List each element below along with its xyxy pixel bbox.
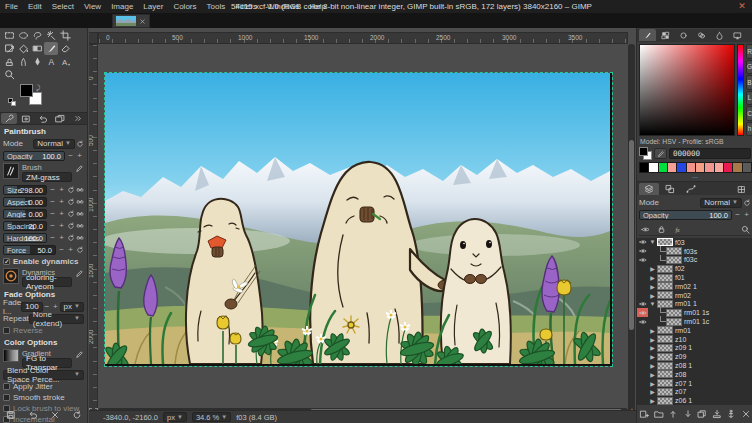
- image-tab[interactable]: [112, 14, 150, 28]
- window-close-button[interactable]: ✕: [736, 0, 748, 13]
- vertical-ruler[interactable]: 0500100015002000: [89, 44, 98, 416]
- mode-switch-icon[interactable]: [75, 139, 84, 149]
- layer-expander[interactable]: ▶: [648, 397, 657, 404]
- reset-icon[interactable]: [66, 221, 75, 231]
- layer-mode-switch-icon[interactable]: [742, 198, 751, 208]
- tool-gradient[interactable]: [30, 42, 44, 55]
- layer-row[interactable]: ▶rm01: [637, 326, 752, 335]
- layer-row[interactable]: ▶z08: [637, 370, 752, 379]
- link-icon[interactable]: [75, 185, 84, 195]
- layer-expander[interactable]: ▶: [648, 327, 657, 334]
- dock-menu-icon[interactable]: [731, 183, 751, 195]
- tool-text[interactable]: A: [44, 55, 58, 68]
- layer-opacity-minus-button[interactable]: −: [733, 210, 742, 220]
- wheel-selector-tab[interactable]: [675, 29, 692, 41]
- lock-lock-icon[interactable]: [655, 224, 667, 236]
- layer-thumbnail[interactable]: [657, 379, 673, 387]
- canvas[interactable]: [105, 73, 612, 366]
- layer-expander[interactable]: ▼: [648, 239, 657, 245]
- vertical-scrollbar-thumb[interactable]: [629, 140, 634, 330]
- channel-h[interactable]: h: [746, 122, 752, 137]
- tool-transform[interactable]: [2, 42, 16, 55]
- layer-thumbnail[interactable]: [657, 291, 673, 299]
- brush-row[interactable]: Brush ZM-grass: [3, 163, 84, 182]
- reset-icon[interactable]: [66, 185, 75, 195]
- plus-button[interactable]: +: [57, 221, 66, 231]
- vertical-scrollbar[interactable]: [628, 44, 635, 418]
- reset-icon[interactable]: [66, 197, 75, 207]
- slider-spacing[interactable]: Spacing20.0−+: [3, 220, 84, 231]
- tool-ellipse-select[interactable]: [16, 29, 30, 42]
- layer-thumbnail[interactable]: [657, 388, 673, 396]
- hex-input[interactable]: [669, 148, 751, 159]
- menu-image[interactable]: Image: [106, 0, 138, 13]
- tool-text-alt[interactable]: A: [58, 55, 72, 68]
- link-icon[interactable]: [75, 221, 84, 231]
- layer-expander[interactable]: ▶: [648, 362, 657, 369]
- plus-button[interactable]: +: [57, 209, 66, 219]
- tool-eraser[interactable]: [58, 42, 72, 55]
- palette-selector-tab[interactable]: [657, 29, 674, 41]
- layer-visibility-toggle[interactable]: [637, 291, 648, 300]
- brush-preview[interactable]: [3, 163, 19, 179]
- layer-visibility-toggle[interactable]: [637, 238, 648, 247]
- dynamics-preview[interactable]: [3, 268, 19, 284]
- tool-clone[interactable]: [2, 55, 16, 68]
- history-swatch[interactable]: [742, 162, 752, 173]
- lock-eye-icon[interactable]: [639, 224, 651, 236]
- minus-button[interactable]: −: [57, 245, 66, 255]
- layer-visibility-toggle[interactable]: [637, 264, 648, 273]
- layer-visibility-toggle[interactable]: [637, 335, 648, 344]
- dynamics-edit-icon[interactable]: [75, 268, 84, 278]
- gradient-edit-icon[interactable]: [75, 349, 84, 359]
- enable-dynamics-row[interactable]: ✓ Enable dynamics: [3, 256, 84, 266]
- layer-row[interactable]: ▶z09 1: [637, 344, 752, 353]
- layer-row[interactable]: ▶z09: [637, 352, 752, 361]
- menu-tools[interactable]: Tools: [202, 0, 231, 13]
- channel-R[interactable]: R: [746, 44, 752, 59]
- layer-visibility-toggle[interactable]: [637, 396, 648, 405]
- layer-row[interactable]: ▶f02: [637, 264, 752, 273]
- layer-expander[interactable]: ▶: [648, 344, 657, 351]
- cmyk-selector-tab[interactable]: [693, 29, 710, 41]
- checkbox[interactable]: [3, 394, 10, 401]
- tool-smudge[interactable]: [16, 55, 30, 68]
- layer-expander[interactable]: ▼: [648, 301, 657, 307]
- dynamics-name[interactable]: coloring-Aryeom: [22, 277, 72, 287]
- layer-expander[interactable]: ▶: [648, 380, 657, 387]
- layer-row[interactable]: ▶rm02: [637, 291, 752, 300]
- unit-select[interactable]: px▼: [163, 412, 187, 422]
- color-history-more[interactable]: ...: [637, 173, 752, 179]
- lower-layer-button[interactable]: [682, 408, 694, 420]
- zoom-select[interactable]: 34.6 %▼: [192, 412, 231, 422]
- tool-ink[interactable]: [30, 55, 44, 68]
- raise-layer-button[interactable]: [667, 408, 679, 420]
- watercolor-selector-tab[interactable]: [711, 29, 728, 41]
- layer-expander[interactable]: ▶: [648, 336, 657, 343]
- save-preset-button[interactable]: [5, 409, 17, 421]
- enable-dynamics-checkbox[interactable]: ✓: [3, 258, 10, 265]
- new-group-button[interactable]: [653, 408, 665, 420]
- layer-expander[interactable]: ▶: [648, 283, 657, 290]
- tab-images[interactable]: [52, 113, 68, 124]
- brush-edit-icon[interactable]: [75, 163, 84, 173]
- layer-row[interactable]: ▶z10: [637, 335, 752, 344]
- layer-visibility-toggle[interactable]: [637, 352, 648, 361]
- channel-C[interactable]: C: [746, 106, 752, 121]
- layer-row[interactable]: ▶z07: [637, 388, 752, 397]
- layer-thumbnail[interactable]: [657, 265, 673, 273]
- layer-row[interactable]: ▶z06 1: [637, 396, 752, 405]
- layer-expander[interactable]: ▶: [648, 274, 657, 281]
- plus-button[interactable]: +: [66, 245, 75, 255]
- opacity-minus-button[interactable]: −: [66, 151, 75, 161]
- horizontal-ruler[interactable]: 0500100015002000250030003500: [98, 32, 628, 44]
- layer-thumbnail[interactable]: [657, 362, 673, 370]
- swap-colors-icon[interactable]: ⤸: [36, 84, 40, 92]
- duplicate-layer-button[interactable]: [696, 408, 708, 420]
- menu-view[interactable]: View: [79, 0, 106, 13]
- default-colors-icon[interactable]: [8, 98, 17, 107]
- tool-zoom[interactable]: [2, 68, 16, 81]
- gradient-preview[interactable]: [3, 349, 19, 362]
- scales-selector-tab[interactable]: [729, 29, 746, 41]
- link-icon[interactable]: [75, 197, 84, 207]
